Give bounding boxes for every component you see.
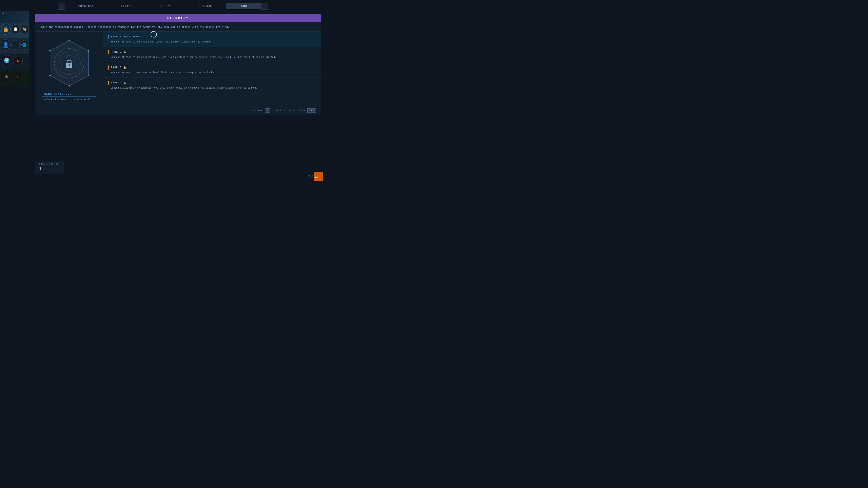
watermark: HOLD TAB GG <box>308 172 323 181</box>
skill-badge <box>46 38 92 88</box>
skill-points-box: SKILL POINTS 1 <box>35 161 64 174</box>
svg-point-5 <box>68 64 70 66</box>
svg-point-10 <box>49 75 51 76</box>
rank-3-text: You can attempt to hack Master-level loc… <box>107 71 316 74</box>
rank-3-lock-icon: 🔒 <box>123 66 126 69</box>
rank-4-header: RANK 4 🔒 <box>107 81 316 85</box>
sidebar-skill-icon-6[interactable]: 🌐 <box>20 40 29 50</box>
sidebar-skill-icon-2[interactable]: 📋 <box>11 24 20 34</box>
rank-1-text: You can attempt to hack Advanced locks, … <box>107 40 316 43</box>
left-sidebar: ENCE 🔒 📋 🎭 👤 ⚔️ 🌐 🌍 🔺 ⊕ △ <box>0 11 29 183</box>
rank-available-desc: Unlock this Rank to increase Skill. <box>42 98 96 101</box>
nav-prev-button[interactable]: ← <box>58 3 65 9</box>
sidebar-icons-row-1: 🔒 📋 🎭 <box>0 23 29 37</box>
sidebar-row-3: 🌍 🔺 <box>0 54 29 70</box>
hold-to-exit-label: HOLD TO EXIT <box>284 109 306 112</box>
top-navigation: ← PHYSICAL SOCIAL COMBAT SCIENCE TECH → <box>0 0 326 12</box>
skill-points-value: 1 <box>39 166 61 171</box>
skill-title: SECURITY <box>35 14 321 22</box>
svg-point-6 <box>68 40 70 41</box>
sidebar-icons-row-4: ⊕ △ <box>0 70 29 84</box>
sidebar-section-label: ENCE <box>0 11 29 15</box>
main-content: SECURITY While the standardized digital … <box>31 11 326 183</box>
tab-social[interactable]: SOCIAL <box>107 3 146 9</box>
sidebar-icons-row-2: 👤 ⚔️ 🌐 <box>0 38 29 53</box>
skill-hexagon-svg <box>46 38 92 88</box>
svg-point-9 <box>68 85 70 87</box>
skill-ranks-list: RANK 1 AVAILABLE You can attempt to hack… <box>103 32 321 106</box>
svg-text:GG: GG <box>315 176 318 178</box>
rank-available-label: RANK AVAILABLE <box>42 93 96 96</box>
rank-item-2[interactable]: RANK 2 🔒 You can attempt to hack Expert … <box>103 47 321 62</box>
skill-body: RANK AVAILABLE Unlock this Rank to incre… <box>35 32 321 106</box>
back-action: BACK HOLD TO EXIT TAB <box>275 108 316 113</box>
sidebar-skill-icon-1[interactable]: 🔒 <box>1 24 11 35</box>
rank-1-label: RANK 1 AVAILABLE <box>111 35 140 38</box>
unlock-label: UNLOCK <box>252 109 263 112</box>
skill-panel: SECURITY While the standardized digital … <box>35 14 321 115</box>
nav-next-button[interactable]: → <box>260 3 268 9</box>
tab-combat[interactable]: COMBAT <box>146 3 185 9</box>
sidebar-skill-icon-5[interactable]: ⚔️ <box>11 40 20 50</box>
rank-item-1[interactable]: RANK 1 AVAILABLE You can attempt to hack… <box>103 32 321 47</box>
svg-point-11 <box>49 50 51 52</box>
sidebar-row-2: 👤 ⚔️ 🌐 <box>0 38 29 54</box>
back-key-badge[interactable]: TAB <box>307 108 316 113</box>
rank-item-4[interactable]: RANK 4 🔒 Expend a digipick to eliminate … <box>103 78 321 93</box>
rank-item-3[interactable]: RANK 3 🔒 You can attempt to hack Master-… <box>103 62 321 78</box>
sidebar-skill-icon-8[interactable]: 🔺 <box>13 56 23 66</box>
rank-4-lock-icon: 🔒 <box>123 82 126 84</box>
rank-2-text: You can attempt to hack Expert locks, an… <box>107 56 316 59</box>
sidebar-section-ence: ENCE <box>0 11 29 23</box>
sidebar-row-4: ⊕ △ <box>0 70 29 86</box>
unlock-action: UNLOCK E <box>252 108 270 113</box>
rank-1-indicator <box>107 35 109 39</box>
rank-2-header: RANK 2 🔒 <box>107 50 316 54</box>
bottom-action-bar: UNLOCK E BACK HOLD TO EXIT TAB <box>35 106 321 115</box>
rank-2-label: RANK 2 <box>111 51 122 53</box>
unlock-key-badge[interactable]: E <box>265 108 270 113</box>
logo-svg: GG <box>314 172 323 181</box>
rank-2-indicator <box>107 50 109 54</box>
rank-1-header: RANK 1 AVAILABLE <box>107 35 316 39</box>
back-label: BACK <box>275 109 282 112</box>
svg-point-7 <box>88 50 89 52</box>
skill-description: While the standardized digital locking m… <box>35 22 321 32</box>
tab-science[interactable]: SCIENCE <box>185 3 226 9</box>
sidebar-skill-icon-7[interactable]: 🌍 <box>1 55 12 66</box>
tab-label: TAB <box>308 176 313 178</box>
rank-4-label: RANK 4 <box>111 82 122 84</box>
rank-2-lock-icon: 🔒 <box>123 51 126 54</box>
rank-4-indicator <box>107 81 109 85</box>
sidebar-icons-row-3: 🌍 🔺 <box>0 54 29 68</box>
rank-3-indicator <box>107 66 109 70</box>
sidebar-skill-icon-10[interactable]: △ <box>13 72 23 81</box>
skill-icon-area: RANK AVAILABLE Unlock this Rank to incre… <box>35 32 103 106</box>
skill-points-label: SKILL POINTS <box>39 163 61 165</box>
hold-label: HOLD <box>308 174 313 176</box>
sidebar-skill-icon-4[interactable]: 👤 <box>1 39 11 51</box>
nav-tabs: PHYSICAL SOCIAL COMBAT SCIENCE TECH <box>65 3 261 9</box>
sidebar-skill-icon-3[interactable]: 🎭 <box>20 24 29 34</box>
tab-tech[interactable]: TECH <box>226 3 260 9</box>
rank-4-text: Expend a digipick to eliminate keys that… <box>107 86 316 90</box>
gamer-guides-logo: GG <box>314 172 323 181</box>
rank-available-section: RANK AVAILABLE Unlock this Rank to incre… <box>40 88 98 101</box>
rank-3-header: RANK 3 🔒 <box>107 66 316 70</box>
sidebar-skill-icon-9[interactable]: ⊕ <box>1 71 12 82</box>
sidebar-row-1: 🔒 📋 🎭 <box>0 23 29 38</box>
rank-3-label: RANK 3 <box>111 66 122 69</box>
svg-point-8 <box>88 75 89 76</box>
tab-physical[interactable]: PHYSICAL <box>65 3 107 9</box>
watermark-text-area: HOLD TAB <box>308 174 313 178</box>
